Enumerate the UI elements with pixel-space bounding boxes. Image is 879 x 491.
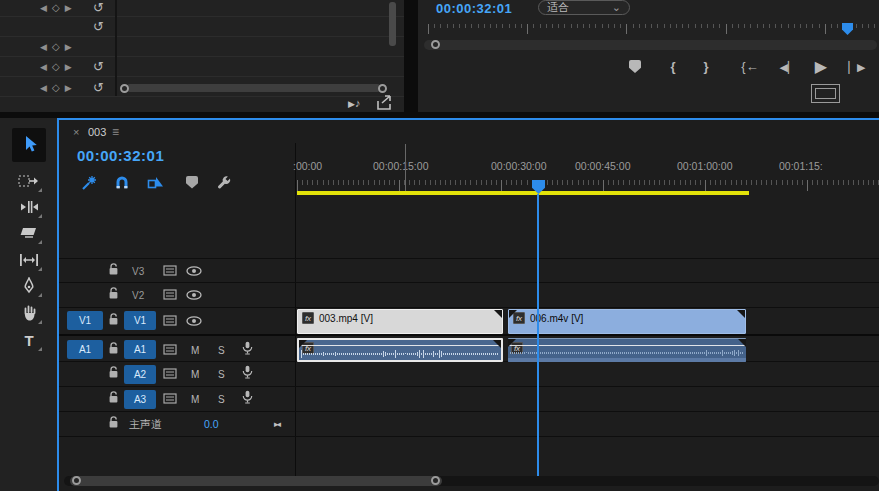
sync-lock-icon[interactable] xyxy=(163,262,177,280)
slip-tool[interactable] xyxy=(16,249,42,271)
timeline-zoom-handle-left[interactable] xyxy=(72,476,81,485)
track-label[interactable]: V3 xyxy=(132,265,144,276)
next-keyframe-button[interactable]: ▶ xyxy=(65,2,72,14)
lock-icon[interactable] xyxy=(108,365,119,383)
lock-icon[interactable] xyxy=(108,415,119,433)
lock-icon[interactable] xyxy=(108,286,119,304)
program-mini-ruler[interactable] xyxy=(428,24,875,36)
toggle-track-output-eye-icon[interactable] xyxy=(186,286,202,304)
sequence-timecode[interactable]: 00:00:32:01 xyxy=(77,147,164,164)
add-keyframe-button[interactable]: ◇ xyxy=(52,2,60,14)
play-audio-button[interactable]: ▶♪ xyxy=(348,97,360,109)
lock-icon[interactable] xyxy=(108,390,119,408)
voiceover-record-mic-icon[interactable] xyxy=(242,365,253,383)
add-marker-button[interactable] xyxy=(183,173,201,191)
sync-lock-icon[interactable] xyxy=(163,365,177,383)
fx-badge[interactable]: fx xyxy=(302,312,314,324)
track-target-a3-button[interactable]: A3 xyxy=(124,390,156,409)
effect-controls-zoom-scrollbar[interactable] xyxy=(126,84,381,92)
source-patch-a1-button[interactable]: A1 xyxy=(67,340,103,359)
pen-tool[interactable] xyxy=(16,275,42,297)
track-target-v1-button[interactable]: V1 xyxy=(124,311,156,330)
prev-keyframe-button[interactable]: ◀ xyxy=(40,2,47,14)
prev-keyframe-button[interactable]: ◀ xyxy=(40,82,47,94)
timeline-scrollbar[interactable] xyxy=(70,476,442,486)
source-patch-v1-button[interactable]: V1 xyxy=(67,311,103,330)
timeline-settings-button[interactable] xyxy=(214,173,232,191)
work-area-bar[interactable] xyxy=(297,191,749,195)
voiceover-record-mic-icon[interactable] xyxy=(242,341,253,359)
fx-badge[interactable]: fx xyxy=(513,312,525,324)
timeline-zoom-handle-right[interactable] xyxy=(431,476,440,485)
hand-tool[interactable] xyxy=(16,302,42,324)
next-keyframe-button[interactable]: ▶ xyxy=(65,41,72,53)
audio-clip-006[interactable]: fx xyxy=(508,338,746,362)
program-timecode[interactable]: 00:00:32:01 xyxy=(436,1,512,16)
volume-keyframe-line[interactable] xyxy=(509,345,745,346)
go-to-in-button[interactable]: {← xyxy=(737,57,763,77)
audio-clip-003[interactable]: fx xyxy=(297,338,503,362)
insert-as-nest-toggle[interactable] xyxy=(80,173,98,191)
solo-track-button[interactable]: S xyxy=(218,369,225,380)
video-clip-003[interactable]: fx 003.mp4 [V] xyxy=(297,309,503,334)
step-back-button[interactable]: ◀▏ xyxy=(777,57,799,77)
lock-icon[interactable] xyxy=(108,312,119,330)
track-target-a2-button[interactable]: A2 xyxy=(124,365,156,384)
video-clip-006[interactable]: fx 006.m4v [V] xyxy=(508,309,746,334)
step-forward-button[interactable]: ▏▶ xyxy=(846,57,868,77)
prev-keyframe-button[interactable]: ◀ xyxy=(40,61,47,73)
track-target-a1-button[interactable]: A1 xyxy=(124,340,156,359)
play-button[interactable]: ▶ xyxy=(810,57,832,77)
voiceover-record-mic-icon[interactable] xyxy=(242,390,253,408)
volume-keyframe-line[interactable] xyxy=(300,345,500,346)
reset-parameter-icon[interactable]: ↺ xyxy=(93,1,104,14)
type-tool[interactable]: T xyxy=(16,329,42,351)
panel-menu-icon[interactable]: ≡ xyxy=(112,125,119,139)
zoom-handle-right[interactable] xyxy=(378,84,387,93)
program-scrollbar[interactable] xyxy=(424,40,877,50)
zoom-level-dropdown[interactable]: 适合 ⌄ xyxy=(538,0,630,15)
sync-lock-icon[interactable] xyxy=(163,341,177,359)
master-gain-value[interactable]: 0.0 xyxy=(204,418,219,430)
reset-parameter-icon[interactable]: ↺ xyxy=(93,81,104,94)
effect-controls-vertical-scrollbar[interactable] xyxy=(389,2,396,46)
mark-out-button[interactable]: } xyxy=(699,57,713,77)
mark-in-button[interactable]: { xyxy=(666,57,680,77)
next-keyframe-button[interactable]: ▶ xyxy=(65,61,72,73)
sync-lock-icon[interactable] xyxy=(163,286,177,304)
linked-selection-toggle[interactable] xyxy=(146,173,164,191)
track-select-forward-tool[interactable] xyxy=(16,170,42,192)
program-scroll-handle[interactable] xyxy=(431,40,440,49)
add-keyframe-button[interactable]: ◇ xyxy=(52,61,60,73)
snap-toggle[interactable] xyxy=(113,173,131,191)
toggle-track-output-eye-icon[interactable] xyxy=(186,312,202,330)
write-keyframes-bowtie-icon[interactable]: ▸◂ xyxy=(274,419,279,429)
mute-track-button[interactable]: M xyxy=(191,394,199,405)
add-marker-button[interactable] xyxy=(626,57,644,77)
solo-track-button[interactable]: S xyxy=(218,394,225,405)
safe-margins-button[interactable] xyxy=(811,84,840,103)
track-label[interactable]: V2 xyxy=(132,290,144,301)
prev-keyframe-button[interactable]: ◀ xyxy=(40,41,47,53)
sync-lock-icon[interactable] xyxy=(163,312,177,330)
reset-parameter-icon[interactable]: ↺ xyxy=(93,60,104,73)
mute-track-button[interactable]: M xyxy=(191,369,199,380)
ripple-edit-tool[interactable] xyxy=(16,196,42,218)
selection-tool[interactable] xyxy=(12,128,46,162)
reset-parameter-icon[interactable]: ↺ xyxy=(93,20,104,33)
effect-controls-column-divider[interactable] xyxy=(115,0,117,96)
lock-icon[interactable] xyxy=(108,262,119,280)
add-keyframe-button[interactable]: ◇ xyxy=(52,82,60,94)
lock-icon[interactable] xyxy=(108,341,119,359)
solo-track-button[interactable]: S xyxy=(218,344,225,355)
sync-lock-icon[interactable] xyxy=(163,390,177,408)
zoom-handle-left[interactable] xyxy=(120,84,129,93)
toggle-track-output-eye-icon[interactable] xyxy=(186,262,202,280)
mute-track-button[interactable]: M xyxy=(191,344,199,355)
add-keyframe-button[interactable]: ◇ xyxy=(52,41,60,53)
next-keyframe-button[interactable]: ▶ xyxy=(65,82,72,94)
sequence-tab-title[interactable]: 003 xyxy=(88,126,106,138)
razor-tool[interactable] xyxy=(16,222,42,244)
close-tab-button[interactable]: × xyxy=(73,126,79,138)
export-frame-button[interactable] xyxy=(377,95,393,112)
